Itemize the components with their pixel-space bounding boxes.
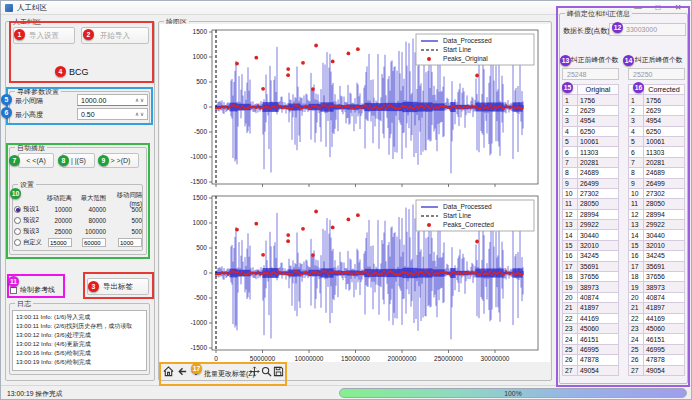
min-interval-input[interactable] (78, 97, 133, 104)
table-row[interactable]: 2546995 (629, 344, 685, 354)
table-row[interactable]: 22629 (629, 105, 685, 115)
table-row[interactable]: 720281 (629, 157, 685, 167)
log-entry: 13:00:19 Info: (6/6)绘制完成 (16, 358, 143, 367)
spinner-arrows-icon[interactable]: ∧∨ (133, 97, 147, 103)
table-row[interactable]: 2647878 (629, 355, 685, 365)
pan-icon[interactable] (248, 365, 260, 378)
checkbox-icon[interactable] (10, 287, 17, 294)
forward-icon[interactable] (189, 365, 201, 378)
table-row[interactable]: 2040874 (563, 292, 619, 302)
svg-text:0: 0 (203, 269, 207, 276)
table-row[interactable]: 1837656 (629, 272, 685, 282)
radio-icon[interactable] (14, 206, 21, 213)
table-row[interactable]: 46250 (563, 126, 619, 136)
table-row[interactable]: 2749054 (629, 365, 685, 375)
table-row[interactable]: 1532010 (629, 240, 685, 250)
original-peaks-table[interactable]: Original11756226293495446250510061611303… (562, 84, 619, 376)
min-height-input[interactable] (78, 111, 133, 118)
table-row[interactable]: 926499 (563, 178, 619, 188)
radio-icon[interactable] (14, 239, 21, 246)
table-row[interactable]: 2141897 (563, 303, 619, 313)
table-row[interactable]: 1634245 (629, 251, 685, 261)
table-row[interactable]: 510061 (629, 136, 685, 146)
step-forward-button[interactable]: > >(D) (102, 153, 139, 168)
preset-row[interactable]: 预设22000080000500 (14, 215, 142, 226)
table-row[interactable]: 611303 (629, 147, 685, 157)
preset-value: 10000 (42, 206, 72, 213)
min-interval-spinbox[interactable]: ∧∨ (77, 94, 148, 106)
radio-icon[interactable] (14, 217, 21, 224)
table-row[interactable]: 2141897 (629, 303, 685, 313)
table-row[interactable]: 824689 (563, 168, 619, 178)
step-back-button[interactable]: < <(A) (18, 153, 54, 168)
preset-value: 100000 (72, 228, 106, 235)
table-row[interactable]: 1430440 (563, 230, 619, 240)
table-row[interactable]: 1430440 (629, 230, 685, 240)
table-row[interactable]: 1837656 (563, 272, 619, 282)
spinner-arrows-icon[interactable]: ∧∨ (133, 111, 147, 117)
zoom-icon[interactable] (260, 365, 272, 378)
table-row[interactable]: 1128050 (629, 199, 685, 209)
min-interval-label: 最小间隔 (15, 96, 43, 106)
signal-figure[interactable]: -1500-1000-500050010001500Data_Processed… (160, 24, 550, 362)
table-row[interactable]: 510061 (563, 136, 619, 146)
table-row[interactable]: 11756 (629, 95, 685, 105)
table-row[interactable]: 2244169 (629, 313, 685, 323)
export-labels-button[interactable]: 导出标签 (87, 278, 149, 295)
preset-value: 80000 (72, 217, 106, 224)
save-icon[interactable] (272, 365, 284, 378)
table-row[interactable]: 2647878 (563, 355, 619, 365)
table-row[interactable]: 1634245 (563, 251, 619, 261)
table-row[interactable]: 1027302 (563, 188, 619, 198)
preset-label: 自定义 (23, 238, 42, 247)
table-row[interactable]: 1938973 (629, 282, 685, 292)
table-row[interactable]: 2546995 (563, 344, 619, 354)
import-settings-button[interactable]: 导入设置 (13, 27, 75, 44)
table-row[interactable]: 2446151 (629, 334, 685, 344)
table-row[interactable]: 720281 (563, 157, 619, 167)
table-row[interactable]: 1027302 (629, 188, 685, 198)
table-row[interactable]: 2345060 (563, 323, 619, 333)
table-row[interactable]: 22629 (563, 105, 619, 115)
table-row[interactable]: 1532010 (563, 240, 619, 250)
corrected-peaks-table[interactable]: Corrected1175622629349544625051006161130… (628, 84, 685, 376)
min-height-spinbox[interactable]: ∧∨ (77, 108, 148, 120)
table-row[interactable]: 2244169 (563, 313, 619, 323)
table-row[interactable]: 11756 (563, 95, 619, 105)
svg-text:-1000: -1000 (190, 153, 207, 160)
reference-line-checkbox[interactable]: 绘制参考线 (10, 285, 55, 295)
table-row[interactable]: 1735691 (629, 261, 685, 271)
table-row[interactable]: 1228994 (629, 209, 685, 219)
table-row[interactable]: 2446151 (563, 334, 619, 344)
pause-button[interactable]: | |(S) (62, 153, 95, 168)
radio-icon[interactable] (14, 228, 21, 235)
table-row[interactable]: 2749054 (563, 365, 619, 375)
preset-custom-input[interactable] (82, 238, 106, 247)
table-row[interactable]: 46250 (629, 126, 685, 136)
table-row[interactable]: 1128050 (563, 199, 619, 209)
preset-row[interactable]: 自定义 (14, 237, 142, 248)
table-row[interactable]: 926499 (629, 178, 685, 188)
preset-custom-input[interactable] (48, 238, 72, 247)
table-row[interactable]: 1329922 (563, 220, 619, 230)
log-list[interactable]: 13:00:11 Info: (1/6)导入完成13:00:11 Info: (… (12, 310, 147, 371)
table-row[interactable]: 1735691 (563, 261, 619, 271)
preset-row[interactable]: 预设325000100000500 (14, 226, 142, 237)
table-row[interactable]: 34954 (563, 116, 619, 126)
preset-custom-input[interactable] (118, 238, 142, 247)
table-row[interactable]: 2345060 (629, 323, 685, 333)
preset-value: 40000 (72, 206, 106, 213)
svg-text:-1000: -1000 (190, 319, 207, 326)
back-icon[interactable] (176, 365, 188, 378)
start-import-button[interactable]: 开始导入 (81, 27, 149, 44)
preset-value: 500 (106, 217, 142, 224)
home-icon[interactable] (162, 365, 174, 378)
preset-row[interactable]: 预设11000040000500 (14, 204, 142, 215)
table-row[interactable]: 1228994 (563, 209, 619, 219)
table-row[interactable]: 34954 (629, 116, 685, 126)
table-row[interactable]: 1329922 (629, 220, 685, 230)
table-row[interactable]: 824689 (629, 168, 685, 178)
table-row[interactable]: 2040874 (629, 292, 685, 302)
table-row[interactable]: 611303 (563, 147, 619, 157)
table-row[interactable]: 1938973 (563, 282, 619, 292)
